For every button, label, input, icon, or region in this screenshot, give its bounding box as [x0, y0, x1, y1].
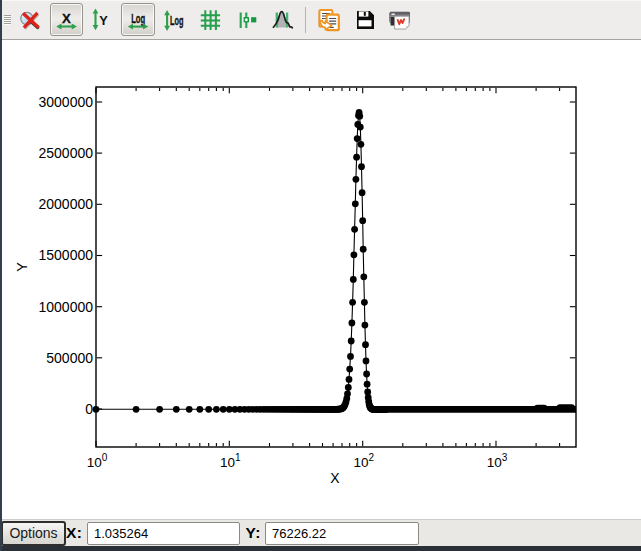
svg-text:0: 0 — [85, 401, 93, 417]
svg-text:3000000: 3000000 — [38, 94, 93, 110]
svg-text:Y: Y — [99, 13, 108, 28]
svg-text:1500000: 1500000 — [38, 247, 93, 263]
svg-text:2000000: 2000000 — [38, 196, 93, 212]
svg-text:100: 100 — [87, 452, 108, 470]
svg-text:102: 102 — [353, 452, 374, 470]
svg-text:X: X — [330, 470, 340, 486]
svg-text:1000000: 1000000 — [38, 299, 93, 315]
svg-text:Log: Log — [131, 11, 145, 26]
svg-text:2500000: 2500000 — [38, 145, 93, 161]
svg-text:Log: Log — [170, 13, 184, 28]
svg-text:101: 101 — [220, 452, 241, 470]
svg-text:X: X — [62, 11, 71, 26]
svg-text:103: 103 — [487, 452, 508, 470]
svg-text:500000: 500000 — [46, 350, 93, 366]
svg-text:Y: Y — [14, 262, 30, 272]
